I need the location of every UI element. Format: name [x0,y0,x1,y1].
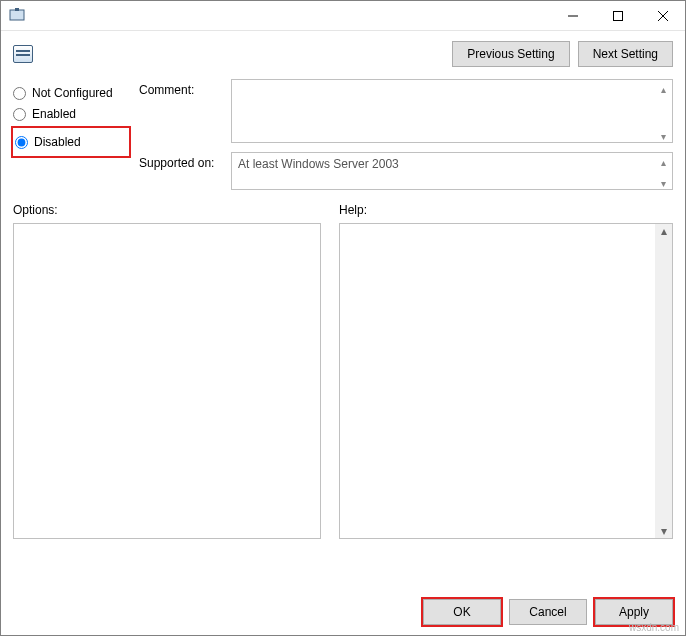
next-setting-button[interactable]: Next Setting [578,41,673,67]
cancel-button[interactable]: Cancel [509,599,587,625]
help-label: Help: [339,203,673,217]
svg-line-4 [658,11,668,21]
svg-rect-1 [15,8,19,11]
scroll-down-icon[interactable]: ▾ [655,128,671,144]
scroll-up-icon[interactable]: ▴ [661,224,667,238]
scroll-down-icon[interactable]: ▾ [655,175,671,191]
options-label: Options: [13,203,321,217]
state-enabled[interactable]: Enabled [13,107,129,121]
comment-label: Comment: [139,79,221,97]
minimize-button[interactable] [550,1,595,30]
scroll-up-icon[interactable]: ▴ [655,81,671,97]
policy-icon [13,45,33,63]
state-disabled[interactable]: Disabled [15,135,127,149]
comment-textarea[interactable] [231,79,673,143]
svg-line-5 [658,11,668,21]
highlight-ok: OK [421,597,503,627]
watermark: wsxdn.com [629,622,679,633]
help-panel: ▴ ▾ [339,223,673,539]
state-label: Enabled [32,107,76,121]
svg-rect-0 [10,10,24,20]
scroll-down-icon[interactable]: ▾ [661,524,667,538]
titlebar [1,1,685,31]
state-label: Not Configured [32,86,113,100]
close-button[interactable] [640,1,685,30]
highlight-disabled: Disabled [11,126,131,158]
supported-on-label: Supported on: [139,152,221,170]
state-label: Disabled [34,135,81,149]
radio-disabled[interactable] [15,136,28,149]
app-icon [9,7,25,23]
previous-setting-button[interactable]: Previous Setting [452,41,569,67]
state-not-configured[interactable]: Not Configured [13,86,129,100]
svg-rect-3 [613,11,622,20]
maximize-button[interactable] [595,1,640,30]
policy-editor-window: Previous Setting Next Setting Not Config… [0,0,686,636]
radio-enabled[interactable] [13,108,26,121]
scroll-up-icon[interactable]: ▴ [655,154,671,170]
radio-not-configured[interactable] [13,87,26,100]
help-scrollbar[interactable]: ▴ ▾ [655,224,672,538]
options-panel [13,223,321,539]
ok-button[interactable]: OK [423,599,501,625]
supported-on-textarea [231,152,673,190]
